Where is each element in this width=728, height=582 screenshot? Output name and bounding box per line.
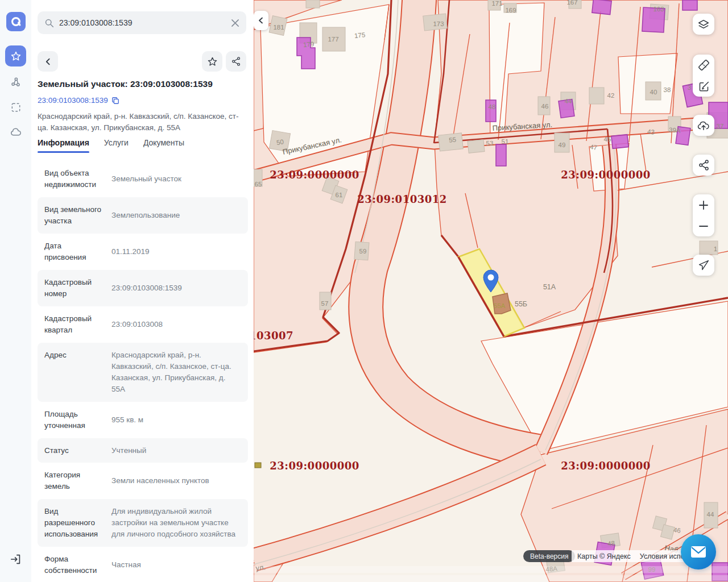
table-row: Кадастровый номер23:09:0103008:1539 (38, 270, 248, 306)
search-bar (38, 11, 246, 34)
chevron-left-icon (44, 58, 52, 65)
star-icon (207, 56, 218, 67)
card-header (38, 51, 246, 72)
cloud-upload-button[interactable] (693, 115, 714, 136)
svg-text:61: 61 (336, 192, 343, 198)
small-marker-square (255, 463, 261, 468)
draw-button[interactable] (693, 76, 714, 97)
svg-text:23:09:0000000: 23:09:0000000 (561, 169, 651, 181)
chevron-left-icon (258, 17, 264, 24)
sidebar-item-cloud[interactable] (9, 126, 22, 139)
cloud-icon (10, 126, 22, 138)
map-area[interactable]: 55А 23:09:0000000 23:09:0103012 23:09:00… (254, 0, 728, 582)
svg-text:59: 59 (359, 248, 367, 255)
sidebar-item-layers-graph[interactable] (9, 76, 22, 89)
map-attribution: Карты © Яндекс Условия испол (572, 550, 694, 562)
collapse-panel-button[interactable] (254, 11, 268, 30)
svg-text:181: 181 (273, 24, 284, 31)
svg-text:39А: 39А (669, 126, 681, 134)
plus-icon (698, 200, 709, 210)
sidebar-item-select-area[interactable] (9, 101, 22, 114)
map-share-button[interactable] (693, 155, 714, 176)
svg-text:44: 44 (707, 511, 714, 518)
object-address: Краснодарский край, р-н. Кавказский, с/п… (38, 111, 248, 134)
svg-text:103007: 103007 (254, 330, 293, 342)
svg-text:47: 47 (589, 143, 597, 151)
svg-text:179: 179 (303, 40, 314, 48)
graph-nodes-icon (10, 76, 22, 88)
info-table: Вид объекта недвижимостиЗемельный участо… (38, 161, 248, 582)
copy-icon[interactable] (111, 97, 119, 105)
svg-text:42: 42 (607, 92, 615, 99)
clear-search-icon[interactable] (231, 19, 239, 27)
svg-text:23:09:0000000: 23:09:0000000 (561, 460, 651, 472)
search-input[interactable] (59, 18, 226, 27)
svg-text:57: 57 (321, 300, 329, 307)
svg-text:3: 3 (688, 84, 691, 91)
layers-icon (697, 18, 710, 31)
zoom-out-button[interactable] (693, 215, 714, 236)
zoom-in-button[interactable] (693, 194, 714, 215)
cadastral-number-link[interactable]: 23:09:0103008:1539 (38, 96, 119, 105)
svg-text:53: 53 (486, 140, 494, 147)
back-button[interactable] (38, 51, 58, 72)
sign-in-icon (10, 553, 22, 566)
app-logo[interactable] (6, 12, 26, 31)
layers-button[interactable] (693, 14, 714, 35)
table-row: Вид объекта недвижимостиЗемельный участо… (38, 161, 248, 197)
share-icon (231, 56, 241, 66)
svg-text:65: 65 (255, 181, 262, 188)
favorite-button[interactable] (202, 51, 222, 72)
svg-text:173: 173 (433, 20, 444, 27)
svg-text:37: 37 (717, 123, 724, 130)
svg-text:46: 46 (541, 103, 549, 110)
sign-in-button[interactable] (9, 552, 22, 566)
table-row: АдресКраснодарский край, р-н. Кавказский… (38, 343, 248, 402)
yandex-maps-link[interactable]: Карты © Яндекс (577, 552, 631, 560)
share-icon (698, 159, 710, 171)
zoom-control (693, 194, 714, 236)
selected-building-label: 55А (494, 302, 506, 309)
table-row: Форма собственностиЧастная (38, 547, 248, 582)
table-row: Дата присвоения01.11.2019 (38, 234, 248, 270)
svg-text:49: 49 (559, 142, 566, 148)
measure-button[interactable] (693, 55, 714, 76)
table-row: Вид земельного участкаЗемлепользование (38, 197, 248, 234)
svg-text:23:09:0000000: 23:09:0000000 (270, 169, 359, 181)
svg-text:169: 169 (505, 7, 516, 14)
svg-text:48: 48 (489, 103, 496, 110)
brand-icon (10, 15, 22, 28)
svg-text:55Б: 55Б (515, 300, 527, 308)
svg-text:43: 43 (647, 128, 655, 135)
watermark-strip (254, 575, 728, 582)
table-row: Вид разрешенного использованияДля индиви… (38, 499, 248, 547)
icon-rail (0, 0, 31, 582)
svg-text:48: 48 (607, 539, 615, 547)
share-control (693, 155, 714, 176)
table-row: Категория земельЗемли населенных пунктов (38, 463, 248, 499)
locate-control (693, 255, 714, 276)
svg-text:163: 163 (653, 6, 664, 13)
svg-text:50: 50 (276, 138, 284, 146)
svg-text:167: 167 (566, 0, 577, 6)
tab-documents[interactable]: Документы (143, 138, 184, 153)
card-tabs: Информация Услуги Документы (38, 138, 246, 153)
svg-text:44: 44 (565, 98, 572, 105)
svg-text:177: 177 (328, 36, 338, 43)
svg-text:40: 40 (650, 89, 657, 95)
table-row: СтатусУчтенный (38, 438, 248, 463)
svg-text:55: 55 (449, 136, 457, 143)
chat-button[interactable] (681, 534, 716, 569)
svg-text:51А: 51А (543, 283, 556, 291)
locate-button[interactable] (693, 255, 714, 276)
share-button[interactable] (226, 51, 246, 72)
sidebar-item-favorites[interactable] (5, 45, 26, 66)
edit-icon (698, 80, 710, 92)
svg-text:45: 45 (604, 136, 611, 143)
tab-services[interactable]: Услуги (104, 138, 129, 153)
map-canvas[interactable]: 55А 23:09:0000000 23:09:0103012 23:09:00… (254, 0, 728, 582)
svg-text:171: 171 (491, 0, 502, 7)
tab-information[interactable]: Информация (38, 138, 89, 153)
star-icon (10, 51, 22, 62)
watermark-strip (254, 566, 728, 573)
